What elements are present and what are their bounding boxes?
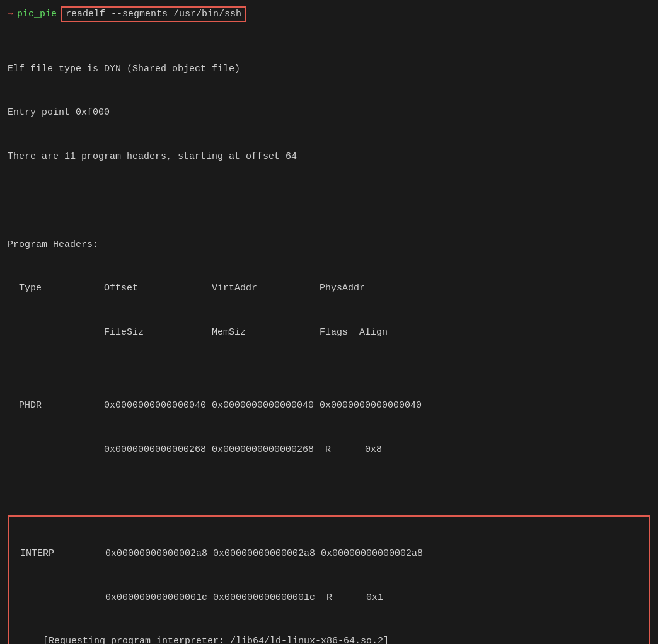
command-text: readelf --segments /usr/bin/ssh bbox=[61, 6, 246, 22]
output-line-3: There are 11 program headers, starting a… bbox=[8, 149, 650, 164]
terminal: → pic_pie readelf --segments /usr/bin/ss… bbox=[0, 0, 658, 644]
command-line: → pic_pie readelf --segments /usr/bin/ss… bbox=[8, 6, 650, 22]
output-section: Elf file type is DYN (Shared object file… bbox=[8, 32, 650, 644]
output-line-2: Entry point 0xf000 bbox=[8, 105, 650, 120]
arrow-icon: → bbox=[8, 9, 13, 20]
interp-row1: INTERP 0x00000000000002a8 0x000000000000… bbox=[9, 546, 649, 561]
output-line-1: Elf file type is DYN (Shared object file… bbox=[8, 62, 650, 76]
interp-block: INTERP 0x00000000000002a8 0x000000000000… bbox=[8, 515, 650, 644]
header-cols-1: Type Offset VirtAddr PhysAddr bbox=[8, 281, 650, 296]
interp-row2: 0x000000000000001c 0x000000000000001c R … bbox=[9, 590, 649, 605]
header-cols-2: FileSiz MemSiz Flags Align bbox=[8, 325, 650, 340]
interp-row3: [Requesting program interpreter: /lib64/… bbox=[9, 634, 649, 644]
phdr-row2: 0x0000000000000268 0x0000000000000268 R … bbox=[8, 442, 650, 457]
blank-line bbox=[8, 193, 650, 208]
prompt-name: pic_pie bbox=[17, 9, 57, 20]
phdr-row1: PHDR 0x0000000000000040 0x00000000000000… bbox=[8, 398, 650, 413]
program-headers-label: Program Headers: bbox=[8, 238, 650, 252]
